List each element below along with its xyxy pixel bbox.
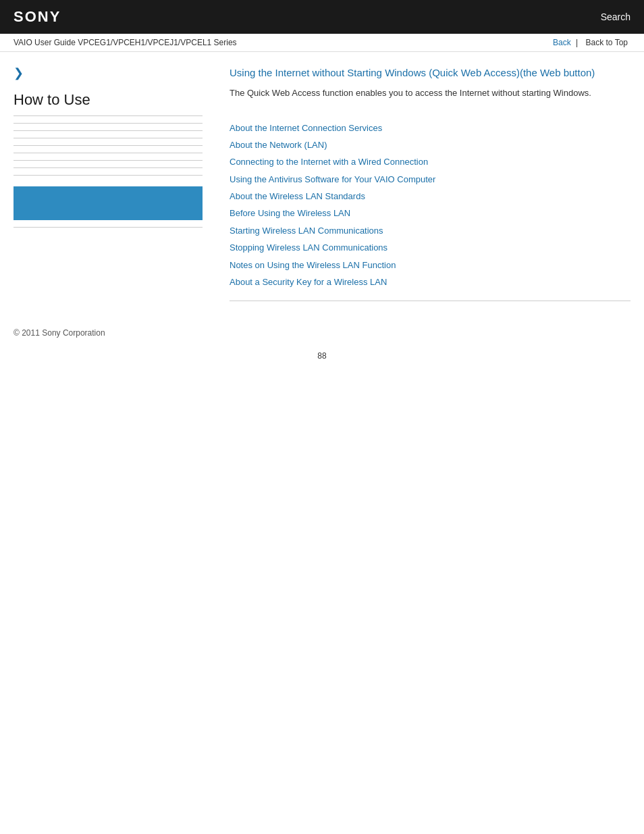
- list-item: Before Using the Wireless LAN: [230, 205, 630, 221]
- list-item: About the Network (LAN): [230, 137, 630, 153]
- sidebar-line-4: [14, 145, 203, 146]
- content-link-2[interactable]: Connecting to the Internet with a Wired …: [230, 157, 428, 167]
- links-list: About the Internet Connection ServicesAb…: [230, 120, 630, 290]
- nav-separator: |: [576, 38, 580, 47]
- sony-logo: SONY: [14, 8, 61, 26]
- sidebar-line-3: [14, 138, 203, 138]
- back-link[interactable]: Back: [553, 38, 571, 47]
- sidebar-line-7: [14, 167, 203, 168]
- sidebar-line-2: [14, 130, 203, 131]
- nav-links: Back | Back to Top: [553, 38, 630, 47]
- content-link-1[interactable]: About the Network (LAN): [230, 140, 327, 150]
- content-link-3[interactable]: Using the Antivirus Software for Your VA…: [230, 174, 435, 184]
- sidebar-divider-1: [14, 115, 203, 116]
- list-item: Starting Wireless LAN Communications: [230, 223, 630, 238]
- sidebar-line-5: [14, 153, 203, 153]
- sidebar-title: How to Use: [14, 91, 203, 109]
- content-link-4[interactable]: About the Wireless LAN Standards: [230, 191, 365, 201]
- content-link-8[interactable]: Notes on Using the Wireless LAN Function: [230, 260, 396, 270]
- list-item: About the Internet Connection Services: [230, 120, 630, 136]
- breadcrumb: VAIO User Guide VPCEG1/VPCEH1/VPCEJ1/VPC…: [14, 38, 237, 47]
- sidebar-line-8: [14, 175, 203, 176]
- footer: © 2011 Sony Corporation: [0, 315, 644, 344]
- sidebar-line-9: [14, 227, 203, 228]
- header: SONY Search: [0, 0, 644, 34]
- content-area: Using the Internet without Starting Wind…: [216, 66, 630, 301]
- sidebar-blue-block: [14, 186, 203, 220]
- back-to-top-link[interactable]: Back to Top: [583, 38, 630, 47]
- list-item: Notes on Using the Wireless LAN Function: [230, 257, 630, 273]
- list-item: Stopping Wireless LAN Communications: [230, 240, 630, 255]
- search-button[interactable]: Search: [601, 11, 630, 22]
- content-divider: [230, 301, 630, 301]
- content-link-6[interactable]: Starting Wireless LAN Communications: [230, 226, 383, 236]
- page-number: 88: [0, 344, 644, 374]
- sidebar: ❯ How to Use: [14, 66, 216, 301]
- list-item: Connecting to the Internet with a Wired …: [230, 154, 630, 170]
- sidebar-arrow-icon[interactable]: ❯: [14, 66, 203, 80]
- nav-bar: VAIO User Guide VPCEG1/VPCEH1/VPCEJ1/VPC…: [0, 34, 644, 52]
- sidebar-line-6: [14, 160, 203, 161]
- list-item: About a Security Key for a Wireless LAN: [230, 274, 630, 290]
- list-item: Using the Antivirus Software for Your VA…: [230, 172, 630, 187]
- main-content-link[interactable]: Using the Internet without Starting Wind…: [230, 66, 630, 80]
- main-layout: ❯ How to Use Using the Internet without …: [0, 52, 644, 315]
- content-link-5[interactable]: Before Using the Wireless LAN: [230, 208, 350, 218]
- content-link-7[interactable]: Stopping Wireless LAN Communications: [230, 242, 387, 253]
- list-item: About the Wireless LAN Standards: [230, 188, 630, 204]
- copyright-text: © 2011 Sony Corporation: [14, 328, 105, 338]
- content-link-0[interactable]: About the Internet Connection Services: [230, 123, 382, 133]
- content-link-9[interactable]: About a Security Key for a Wireless LAN: [230, 277, 387, 287]
- sidebar-line-1: [14, 123, 203, 124]
- content-description: The Quick Web Access function enables yo…: [230, 86, 630, 100]
